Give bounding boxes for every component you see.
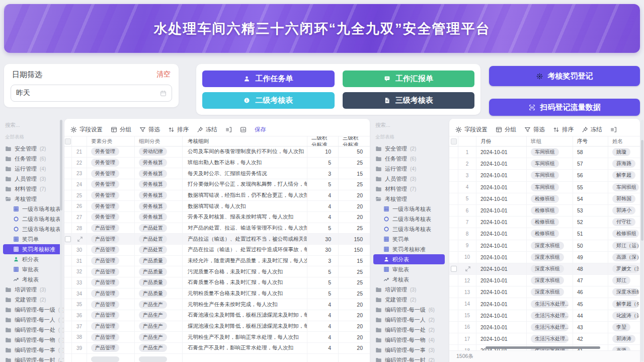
level3-score[interactable]: 25 <box>339 158 370 168</box>
expand-row-icon[interactable] <box>458 263 476 274</box>
expand-row-icon[interactable] <box>72 234 87 244</box>
level2-score[interactable]: 30 <box>307 245 339 255</box>
level2-score[interactable]: 4 <box>307 299 339 310</box>
sidebar-item-奖罚单[interactable]: 奖罚单 <box>370 234 447 244</box>
col-header[interactable]: 序号 <box>573 136 608 146</box>
rule-text[interactable]: 对产品的处置、拉运、输送等管理不到位，每人次扣 <box>183 223 307 234</box>
quick-button-工作任务单[interactable]: 工作任务单 <box>202 70 335 87</box>
serial-cell[interactable]: 51 <box>573 228 608 239</box>
table-row[interactable]: 33产品管理产品质量石膏质量不合格，未及时汇报，每人次扣525 <box>64 277 370 288</box>
row-checkbox[interactable] <box>449 263 458 274</box>
col-header[interactable]: 月份 <box>476 136 527 146</box>
sidebar-folder-编码管理-每一时[interactable]: 编码管理-每一时(2) <box>370 355 447 362</box>
toolbar-排序[interactable]: 排序 <box>168 126 189 133</box>
toolbar-筛选[interactable]: 筛选 <box>139 126 160 133</box>
sidebar-folder-编码管理-每一事[interactable]: 编码管理-每一事(3) <box>370 345 447 355</box>
rule-text[interactable]: 石膏生产不及时，影响正常水处理，每人次扣 <box>183 343 307 353</box>
sidebar-item-考核表[interactable]: 考核表 <box>0 274 63 284</box>
sidebar-folder-人员管理[interactable]: 人员管理(3) <box>0 174 63 184</box>
sidebar-folder-编码管理-每一处[interactable]: 编码管理-每一处(2) <box>0 325 63 335</box>
left-sidebar-scrollbar[interactable] <box>60 120 62 361</box>
sidebar-folder-任务管理[interactable]: 任务管理(6) <box>0 154 63 164</box>
level3-score[interactable]: 150 <box>339 234 370 244</box>
sidebar-folder-培训管理[interactable]: 培训管理(3) <box>0 284 63 295</box>
level2-score[interactable]: 4 <box>307 332 339 342</box>
month-cell[interactable]: 2024-10-01 <box>476 216 527 228</box>
month-cell[interactable]: 2024-10-01 <box>476 147 527 158</box>
sidebar-folder-党建管理[interactable]: 党建管理(2) <box>370 295 447 305</box>
sidebar-folder-安全管理[interactable]: 安全管理(2) <box>0 143 63 154</box>
month-cell[interactable]: 2024-10-01 <box>476 252 527 263</box>
toolbar-字段设置[interactable]: 字段设置 <box>455 126 488 133</box>
level3-score[interactable]: 20 <box>339 190 370 201</box>
month-cell[interactable]: 2024-10-01 <box>476 322 527 333</box>
table-row[interactable]: 22劳务管理劳务核算班组出勤人数不达标，每人次扣525 <box>64 158 370 169</box>
table-row[interactable]: 38产品管理产品生产元明粉生产不及时，影响正常水处理，每人次扣420 <box>64 332 370 343</box>
table-row[interactable]: 31产品管理产品质量未经允许，随意调整产品质量，未及时汇报，每人次扣315 <box>64 256 370 267</box>
toolbar-筛选[interactable]: 筛选 <box>524 126 545 133</box>
rule-text[interactable]: 石膏质量不合格，未及时汇报，每人次扣 <box>183 277 307 288</box>
sidebar-item-奖罚单[interactable]: 奖罚单 <box>0 234 63 244</box>
sidebar-item-审批表[interactable]: 审批表 <box>0 264 63 274</box>
action-button-扫码登记流量数据[interactable]: 扫码登记流量数据 <box>489 99 640 116</box>
table-row[interactable]: 35产品管理产品生产元明粉生产任务未按时完成，每人次扣420 <box>64 299 370 310</box>
serial-cell[interactable]: 55 <box>573 182 608 193</box>
sidebar-folder-编码管理-每一人[interactable]: 编码管理-每一人(2) <box>370 315 447 325</box>
month-cell[interactable]: 2024-10-01 <box>476 263 527 274</box>
col-header[interactable]: 二级积分标准 <box>307 136 339 146</box>
table-row[interactable]: 102024-10-01深度水班组49高源（深） <box>449 252 640 263</box>
toolbar-row-height-icon[interactable] <box>225 126 232 133</box>
rule-text[interactable]: 元明粉生产不及时，影响正常水处理，每人次扣 <box>183 332 307 342</box>
table-row[interactable]: 52024-10-01检修班组54郭韩国 <box>449 193 640 205</box>
rule-text[interactable]: 公司及车间的各项管理制度执行不到位，每人次扣 <box>183 147 307 157</box>
table-row[interactable]: 32024-10-01车间班组56解李超 <box>449 170 640 181</box>
table-row[interactable]: 82024-10-01检修班组51检修班组 <box>449 228 640 240</box>
sidebar-folder-材料管理[interactable]: 材料管理(7) <box>370 184 447 194</box>
sidebar-folder-运行管理[interactable]: 运行管理(4) <box>0 164 63 174</box>
col-header[interactable]: 考核细则 <box>183 136 307 146</box>
save-button[interactable]: 保存 <box>255 126 266 133</box>
level2-score[interactable]: 4 <box>307 321 339 332</box>
table-row[interactable]: 26劳务管理劳务核算数据填写错误，每人次扣420 <box>64 201 370 212</box>
toolbar-row-height-icon[interactable] <box>610 126 617 133</box>
table-row[interactable]: 72024-10-01检修班组52付守壮 <box>449 216 640 228</box>
col-header[interactable]: 班组 <box>527 136 573 146</box>
month-cell[interactable]: 2024-10-01 <box>476 193 527 204</box>
table-row[interactable]: 92024-10-01深度水班组50郑江（运） <box>449 240 640 252</box>
level3-score[interactable]: 20 <box>339 332 370 342</box>
table-row[interactable]: 62024-10-01检修班组53郭涛小 <box>449 205 640 216</box>
table-row[interactable]: 22024-10-01车间班组57薛海路 <box>449 158 640 170</box>
serial-cell[interactable]: 56 <box>573 170 608 181</box>
sidebar-folder-考核管理[interactable]: 考核管理 <box>370 194 447 204</box>
serial-cell[interactable]: 50 <box>573 240 608 251</box>
serial-cell[interactable]: 43 <box>573 322 608 333</box>
col-header[interactable]: 要素分类 <box>87 136 135 146</box>
level2-score[interactable]: 3 <box>307 168 339 179</box>
sidebar-folder-人员管理[interactable]: 人员管理(3) <box>370 174 447 184</box>
level2-score[interactable]: 4 <box>307 343 339 353</box>
toolbar-分组[interactable]: 分组 <box>111 126 131 133</box>
rule-text[interactable]: 班组出勤人数不达标，每人次扣 <box>183 158 307 168</box>
level3-score[interactable]: 20 <box>339 343 370 353</box>
sidebar-folder-培训管理[interactable]: 培训管理(3) <box>370 284 447 295</box>
month-cell[interactable]: 2024-10-01 <box>476 240 527 251</box>
serial-cell[interactable]: 46 <box>573 286 608 298</box>
month-cell[interactable]: 2024-10-01 <box>476 182 527 193</box>
month-cell[interactable]: 2024-10-01 <box>476 158 527 169</box>
sidebar-item-奖罚考核标准[interactable]: 奖罚考核标准 <box>370 244 447 254</box>
sidebar-item-积分表[interactable]: 积分表 <box>373 254 445 264</box>
level2-score[interactable]: 4 <box>307 190 339 201</box>
level2-score[interactable]: 4 <box>307 212 339 223</box>
rule-text[interactable]: 污泥质量不合格，未及时汇报，每人次扣 <box>183 266 307 277</box>
col-header[interactable]: 三级积分标准 <box>339 136 370 146</box>
sidebar-folder-编码管理-每一级[interactable]: 编码管理-每一级(6) <box>0 305 63 315</box>
quick-button-工作汇报单[interactable]: 工作汇报单 <box>343 70 475 87</box>
level2-score[interactable]: 5 <box>307 266 339 277</box>
sidebar-folder-材料管理[interactable]: 材料管理(7) <box>0 184 63 194</box>
sidebar-folder-编码管理-每一事[interactable]: 编码管理-每一事(3) <box>0 345 63 355</box>
rule-text[interactable]: 数据填写错误，经指出后，仍不配合更正，每人次扣 <box>183 190 307 201</box>
level2-score[interactable]: 5 <box>307 288 339 299</box>
clear-date-button[interactable]: 清空 <box>156 70 171 79</box>
rule-text[interactable]: 煤泥池液位未及时降低，板框压滤煤泥未及时卸，每人次扣 <box>183 321 307 332</box>
level3-score[interactable]: 15 <box>339 168 370 179</box>
